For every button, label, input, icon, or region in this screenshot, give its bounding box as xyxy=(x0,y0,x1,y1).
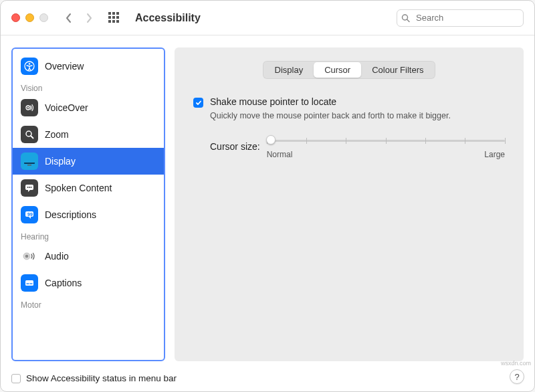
chevron-left-icon xyxy=(66,13,72,23)
voiceover-icon xyxy=(21,99,38,116)
svg-rect-20 xyxy=(27,284,29,284)
svg-line-1 xyxy=(407,19,410,22)
shake-pointer-label: Shake mouse pointer to locate xyxy=(210,96,336,107)
sidebar-item-captions[interactable]: Captions xyxy=(13,270,164,296)
tab-cursor[interactable]: Cursor xyxy=(314,62,361,78)
tab-display[interactable]: Display xyxy=(264,62,314,78)
sidebar-item-overview[interactable]: Overview xyxy=(13,53,164,80)
svg-point-14 xyxy=(31,187,32,188)
search-input[interactable] xyxy=(397,9,524,27)
spoken-content-icon xyxy=(21,179,38,197)
checkmark-icon xyxy=(195,100,202,106)
sidebar-item-label: VoiceOver xyxy=(45,102,88,113)
sidebar-group-motor: Motor xyxy=(13,296,164,311)
close-window-button[interactable] xyxy=(11,13,20,22)
chevron-right-icon xyxy=(86,13,92,23)
captions-icon xyxy=(21,274,38,292)
window-title: Accessibility xyxy=(135,12,201,24)
sidebar-item-label: Audio xyxy=(45,251,69,262)
svg-rect-19 xyxy=(25,280,33,286)
cursor-size-slider[interactable] xyxy=(267,134,505,147)
svg-point-12 xyxy=(27,187,29,188)
sidebar: Overview Vision VoiceOver Zoom Display xyxy=(11,47,165,361)
forward-button[interactable] xyxy=(82,9,96,27)
help-button[interactable]: ? xyxy=(510,369,524,384)
sidebar-item-audio[interactable]: Audio xyxy=(13,243,164,270)
sidebar-item-descriptions[interactable]: 99 Descriptions xyxy=(13,201,164,228)
sidebar-item-label: Overview xyxy=(45,61,84,72)
shake-pointer-description: Quickly move the mouse pointer back and … xyxy=(210,110,491,122)
show-status-checkbox[interactable] xyxy=(11,374,21,383)
watermark: wsxdn.com xyxy=(501,360,531,367)
sidebar-item-zoom[interactable]: Zoom xyxy=(13,121,164,148)
search-field-wrapper xyxy=(397,9,524,27)
sidebar-item-label: Captions xyxy=(45,278,82,288)
sidebar-item-label: Descriptions xyxy=(45,209,96,220)
sidebar-group-hearing: Hearing xyxy=(13,228,164,243)
sidebar-item-spoken-content[interactable]: Spoken Content xyxy=(13,175,164,201)
shake-pointer-checkbox[interactable] xyxy=(193,98,203,108)
svg-point-18 xyxy=(25,255,29,258)
display-icon xyxy=(21,153,38,170)
svg-point-5 xyxy=(27,107,29,108)
traffic-lights xyxy=(11,13,48,22)
minimize-window-button[interactable] xyxy=(25,13,34,22)
accessibility-icon xyxy=(21,58,38,75)
zoom-icon xyxy=(21,126,38,143)
tab-colour-filters[interactable]: Colour Filters xyxy=(361,62,434,78)
svg-rect-9 xyxy=(24,157,35,163)
tab-segmented-control: Display Cursor Colour Filters xyxy=(193,61,505,79)
sidebar-item-voiceover[interactable]: VoiceOver xyxy=(13,94,164,121)
svg-point-3 xyxy=(29,63,31,65)
cursor-size-label: Cursor size: xyxy=(210,141,260,152)
show-all-button[interactable] xyxy=(108,12,120,24)
svg-rect-10 xyxy=(27,165,31,166)
svg-text:99: 99 xyxy=(27,212,33,217)
zoom-window-button[interactable] xyxy=(39,13,48,22)
slider-thumb[interactable] xyxy=(266,135,276,144)
search-icon xyxy=(401,13,410,22)
cursor-size-max-label: Large xyxy=(484,150,505,159)
audio-icon xyxy=(21,248,38,265)
svg-rect-21 xyxy=(30,284,33,284)
show-status-label: Show Accessibility status in menu bar xyxy=(26,373,177,383)
sidebar-group-vision: Vision xyxy=(13,80,164,94)
footer: Show Accessibility status in menu bar xyxy=(1,368,534,391)
sidebar-item-label: Display xyxy=(45,156,76,167)
svg-point-13 xyxy=(29,187,30,188)
preferences-window: Accessibility Overview Vision VoiceOver xyxy=(0,0,535,392)
descriptions-icon: 99 xyxy=(21,206,38,223)
content-pane: Display Cursor Colour Filters Shake mous… xyxy=(175,47,524,361)
svg-line-7 xyxy=(31,136,33,138)
back-button[interactable] xyxy=(62,9,76,27)
sidebar-item-label: Spoken Content xyxy=(45,183,112,193)
cursor-size-min-label: Normal xyxy=(267,150,293,159)
sidebar-item-label: Zoom xyxy=(45,129,69,140)
sidebar-item-display[interactable]: Display xyxy=(13,148,164,175)
titlebar: Accessibility xyxy=(1,1,534,35)
